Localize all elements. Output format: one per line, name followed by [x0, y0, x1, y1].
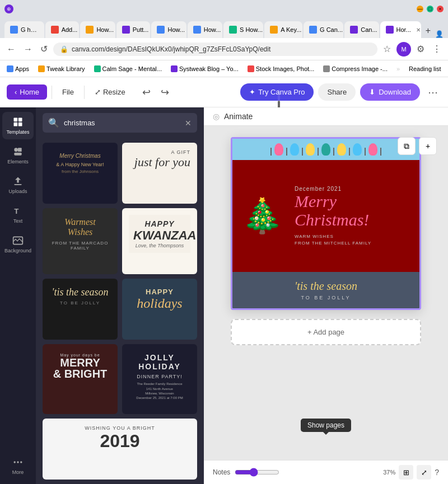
sidebar-item-elements[interactable]: Elements [2, 142, 34, 169]
template-card-5[interactable]: 'tis the season TO BE JOLLY [43, 279, 118, 340]
file-button[interactable]: File [57, 84, 80, 100]
tab-g-can[interactable]: G Can... [304, 21, 343, 38]
template-4-line3: Love, the Thompsons [133, 243, 186, 248]
download-icon: ⬇ [369, 88, 375, 96]
copy-button[interactable]: ⧉ [398, 137, 416, 155]
template-5-line2: TO BE JOLLY [50, 300, 110, 306]
try-canva-label: Try Canva Pro [258, 88, 305, 96]
bookmark-calm[interactable]: Calm Sage - Mental... [92, 64, 164, 73]
redo-button[interactable]: ↪ [158, 84, 171, 101]
bookmark-tweak[interactable]: Tweak Library [36, 64, 87, 73]
design-footer-sub: TO BE JOLLY [240, 295, 412, 300]
template-card-9[interactable]: WISHING YOU A BRIGHT 2019 [43, 419, 197, 480]
bookmark-stock-label: Stock Images, Phot... [256, 65, 315, 72]
close-btn[interactable]: × [437, 6, 444, 12]
svg-rect-3 [18, 123, 22, 126]
resize-button[interactable]: ⤢ Resize [89, 84, 131, 100]
bookmark-systweak[interactable]: Systweak Blog – Yo... [169, 64, 241, 73]
search-wrapper[interactable]: 🔍 ✕ [43, 113, 197, 133]
bookmark-apps[interactable]: Apps [4, 64, 31, 73]
download-label: Download [379, 88, 411, 96]
template-3-line1: Warmest Wishes [52, 217, 109, 237]
search-input[interactable] [64, 119, 180, 127]
design-body: 🎄 December 2021 Merry Christmas! WARM WI… [232, 160, 419, 272]
add-button[interactable]: + [419, 137, 437, 155]
sidebar-item-templates[interactable]: Templates [2, 112, 34, 139]
notes-slider[interactable] [235, 468, 279, 477]
template-card-4[interactable]: HAPPY KWANZAA Love, the Thompsons [122, 208, 197, 275]
canva-toolbar: ‹ Home File ⤢ Resize ↩ ↪ ✦ Try Canva Pro… [0, 77, 448, 107]
svg-rect-5 [18, 148, 22, 152]
tab-how1[interactable]: How... [80, 21, 115, 38]
download-button[interactable]: ⬇ Download [360, 83, 420, 101]
profile-btn[interactable]: 👤 [435, 30, 444, 38]
file-label: File [62, 88, 74, 96]
sidebar-item-background[interactable]: Background [2, 231, 34, 258]
bookmark-reading-list[interactable]: Reading list [407, 64, 443, 73]
template-card-2[interactable]: A GIFT just for you [122, 143, 197, 204]
refresh-button[interactable]: ↺ [38, 41, 50, 57]
tab-s-how[interactable]: S How... [223, 21, 263, 38]
more-options-button[interactable]: ⋯ [424, 83, 441, 102]
bookmark-stock[interactable]: Stock Images, Phot... [245, 64, 317, 73]
resize-label: Resize [103, 88, 125, 96]
tab-how3[interactable]: How... [188, 21, 222, 38]
svg-point-11 [17, 461, 18, 463]
bookmark-star[interactable]: ☆ [381, 41, 393, 57]
forward-button[interactable]: → [21, 42, 35, 57]
template-card-3[interactable]: Warmest Wishes FROM THE MARCADO FAMILY [43, 208, 118, 275]
background-icon [12, 235, 24, 246]
svg-text:T: T [14, 207, 18, 215]
template-card-6[interactable]: HAPPY holidays [122, 279, 197, 340]
template-7-line2: MERRY& BRIGHT [52, 357, 109, 379]
browser-menu[interactable]: ⋮ [430, 41, 444, 57]
light-yellow1 [306, 143, 315, 156]
bookmark-compress-label: Compress Image -... [332, 65, 388, 72]
fullscreen-button[interactable]: ⤢ [417, 465, 431, 480]
bookmark-compress[interactable]: Compress Image -... [321, 64, 390, 73]
new-tab-button[interactable]: + [422, 24, 434, 38]
home-button[interactable]: ‹ Home [7, 84, 47, 100]
zoom-label: 37% [383, 469, 395, 476]
template-8-line2: DINNER PARTY! [131, 374, 188, 379]
add-page-button[interactable]: + Add page [231, 319, 421, 345]
canvas-area: ◎ Animate ⧉ + [204, 107, 448, 484]
show-pages-tooltip: Show pages [301, 419, 351, 432]
tab-putt[interactable]: Putt... [116, 21, 151, 38]
design-lights [232, 139, 419, 160]
template-card-8[interactable]: JOLLYHOLIDAY DINNER PARTY! The Reeder Fa… [122, 344, 197, 415]
undo-button[interactable]: ↩ [140, 84, 153, 101]
tab-favicon [51, 26, 59, 34]
template-5-line1: 'tis the season [50, 286, 110, 298]
search-clear-button[interactable]: ✕ [185, 119, 192, 128]
address-bar[interactable]: 🔒 canva.com/design/DAEsIQkUKx0/jwhipQR_g… [53, 43, 377, 56]
tab-add[interactable]: Add... [45, 21, 80, 38]
more-icon [12, 457, 24, 468]
profile-avatar[interactable]: M [396, 42, 411, 57]
light-teal [321, 143, 330, 156]
svg-rect-1 [18, 118, 22, 122]
tab-g-how[interactable]: G how... [4, 21, 44, 38]
maximize-btn[interactable]: □ [427, 6, 433, 12]
tab-a-key[interactable]: A Key... [264, 21, 302, 38]
sidebar-item-more[interactable]: More [2, 452, 34, 480]
sidebar-item-uploads[interactable]: Uploads [2, 171, 34, 199]
design-card[interactable]: 🎄 December 2021 Merry Christmas! WARM WI… [231, 137, 421, 310]
template-card-1[interactable]: Merry Christmas & A Happy New Year! from… [43, 143, 118, 204]
design-wishes: WARM WISHESFROM THE MITCHELL FAMILY [295, 233, 371, 247]
share-button[interactable]: Share [318, 83, 356, 101]
svg-rect-0 [14, 118, 18, 122]
tab-hor-active[interactable]: Hor... ✕ [380, 21, 421, 38]
zoom-in-button[interactable]: ⊞ [399, 465, 413, 480]
sidebar-item-text[interactable]: T Text [2, 201, 34, 228]
back-button[interactable]: ← [4, 42, 18, 57]
extensions-btn[interactable]: ⚙ [414, 41, 427, 57]
template-card-7[interactable]: May your days be MERRY& BRIGHT [43, 344, 118, 415]
help-button[interactable]: ? [435, 468, 439, 477]
tab-how2[interactable]: How... [151, 21, 186, 38]
tab-can[interactable]: Can... [344, 21, 379, 38]
tab-close-icon[interactable]: ✕ [416, 27, 421, 33]
minimize-btn[interactable]: — [417, 6, 423, 12]
try-canva-button[interactable]: ✦ Try Canva Pro [240, 83, 314, 101]
nav-bar: ← → ↺ 🔒 canva.com/design/DAEsIQkUKx0/jwh… [0, 38, 448, 60]
